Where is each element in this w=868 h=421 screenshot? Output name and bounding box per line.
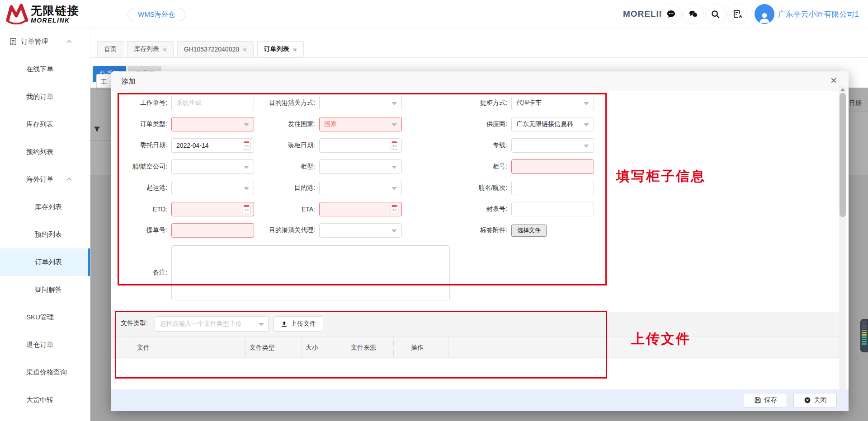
sidebar-item-bulk-transfer[interactable]: 大货中转 [0,386,90,414]
eta-date-input[interactable] [319,202,402,216]
tab-order-list[interactable]: 订单列表× [257,41,304,57]
chevron-up-icon [66,40,72,43]
field-order-type: 订单类型: [118,117,254,131]
supplier-select[interactable]: 广东无限链接信息科 [511,117,594,131]
sidebar-item-channel-price-query[interactable]: 渠道价格查询 [0,359,90,386]
chevron-down-icon [392,187,397,190]
pickup-mode-select[interactable]: 代理卡车 [511,96,594,110]
close-icon[interactable]: × [293,46,297,53]
field-vessel-voyage: 航名/航次: [454,181,594,195]
chevron-down-icon [392,123,397,126]
scrollbar-thumb[interactable] [840,93,846,217]
departure-port-select[interactable] [171,181,254,195]
field-dest-country: 发往国家: 国家 [264,117,402,131]
field-remark: 备注: [118,245,450,300]
user-avatar[interactable] [755,4,774,24]
dialog-footer: 保存 关闭 [111,389,849,411]
sidebar-item-my-orders[interactable]: 我的订单 [0,83,90,111]
tab-home[interactable]: 首页 [97,41,123,57]
field-pickup-mode: 提柜方式: 代理卡车 [454,96,594,110]
close-icon[interactable]: × [163,46,167,53]
field-container-no: 柜号: [454,159,594,174]
tab-inventory-list[interactable]: 库存列表× [127,41,174,57]
sidebar-item-return-orders[interactable]: 退仓订单 [0,331,90,359]
sidebar-item-inventory-list[interactable]: 库存列表 [0,111,90,138]
field-eta: ETA: [264,202,402,216]
field-dest-customs-agent: 目的港清关代理: [264,223,402,238]
scroll-up-arrow-icon[interactable] [840,88,845,91]
sidebar: 订单管理 在线下单 我的订单 库存列表 预约列表 海外订单 库存列表 预约列表 … [0,28,90,421]
sidebar-item-qa[interactable]: 疑问解答 [0,276,90,304]
remark-textarea[interactable] [171,245,450,300]
field-etd: ETD: [118,202,254,216]
translate-icon[interactable]: A [727,4,748,24]
close-button[interactable]: 关闭 [793,393,837,407]
file-table-col-type: 文件类型 [246,337,302,358]
file-table-col-file: 文件 [133,337,246,358]
company-name[interactable]: 广东平云小匠有限公司1 [778,9,859,19]
page: 无限链接 MORELINK WMS海外仓 MORELIN A 广东平云小匠有限公… [0,0,868,421]
file-table-col-size: 大小 [302,337,347,358]
wechat-icon[interactable] [683,4,704,24]
choose-file-button[interactable]: 选择文件 [511,225,547,237]
field-shipping-company: 船/航空公司: [118,159,254,174]
save-button[interactable]: 保存 [744,393,787,407]
calendar-icon [243,206,250,213]
workspace-tag[interactable]: WMS海外仓 [127,8,185,21]
dialog-body: 工作单号: 系统生成 目的港清关方式: 提柜方式: 代理卡车 订单类型: 发往国… [111,91,849,389]
chevron-down-icon [392,166,397,169]
field-dest-customs-mode: 目的港清关方式: [264,96,402,110]
chevron-down-icon [244,166,249,169]
vessel-voyage-input[interactable] [511,181,594,195]
file-table-col-source: 文件来源 [347,337,394,358]
dest-customs-agent-select[interactable] [319,223,402,238]
field-loading-date: 装柜日期: [264,138,402,153]
sidebar-item-overseas-inventory-list[interactable]: 库存列表 [0,193,90,221]
chevron-down-icon [584,123,589,126]
dialog-scrollbar[interactable] [839,86,846,389]
dedicated-line-select[interactable] [511,138,594,153]
calendar-icon [391,206,398,213]
field-work-no: 工作单号: 系统生成 [118,96,254,110]
chevron-down-icon [392,229,397,233]
file-type-select[interactable]: 选择或输入一个文件类型上传 [155,316,269,332]
sidebar-item-overseas-reservation-list[interactable]: 预约列表 [0,221,90,248]
sidebar-item-reservation-list[interactable]: 预约列表 [0,138,90,166]
field-dedicated-line: 专线: [454,138,594,153]
dest-customs-mode-select[interactable] [319,96,402,110]
etd-date-input[interactable] [171,202,254,216]
tab-gh-order[interactable]: GH1053722040020× [177,41,254,57]
sidebar-item-sku-management[interactable]: SKU管理 [0,304,90,331]
bl-no-input[interactable] [171,223,254,238]
edge-extension-widget[interactable] [860,319,868,352]
dest-country-select[interactable]: 国家 [319,117,402,131]
loading-date-input[interactable] [319,138,402,153]
dest-port-select[interactable] [319,181,402,195]
brand-name-cn: 无限链接 [31,5,80,16]
shipping-company-select[interactable] [171,159,254,174]
message-icon[interactable] [661,4,682,24]
field-supplier: 供应商: 广东无限链接信息科 [454,117,594,131]
container-no-input[interactable] [511,159,594,174]
container-type-select[interactable] [319,159,402,174]
form-annotation-note: 填写柜子信息 [616,167,706,186]
search-icon[interactable] [705,4,726,24]
sidebar-item-order-management[interactable]: 订单管理 [0,28,90,56]
sidebar-item-order-list-active[interactable]: 订单列表 [0,248,90,276]
chevron-down-icon [259,323,264,326]
work-no-input[interactable]: 系统生成 [171,96,254,110]
order-type-select[interactable] [171,117,254,131]
close-circle-icon [804,397,811,404]
upload-file-button[interactable]: 上传文件 [274,316,323,332]
dialog-close-icon[interactable]: × [830,75,837,86]
field-bl-no: 提单号: [118,223,254,238]
save-icon [754,397,761,404]
field-seal-no: 封条号: [454,202,594,216]
morelink-logo-icon [6,4,28,24]
sidebar-item-online-order[interactable]: 在线下单 [0,56,90,83]
close-icon[interactable]: × [243,46,247,53]
dialog-title: 添加 [121,77,136,86]
entrust-date-input[interactable]: 2022-04-14 [171,138,254,153]
seal-no-input[interactable] [511,202,594,216]
sidebar-item-overseas-orders[interactable]: 海外订单 [0,166,90,193]
